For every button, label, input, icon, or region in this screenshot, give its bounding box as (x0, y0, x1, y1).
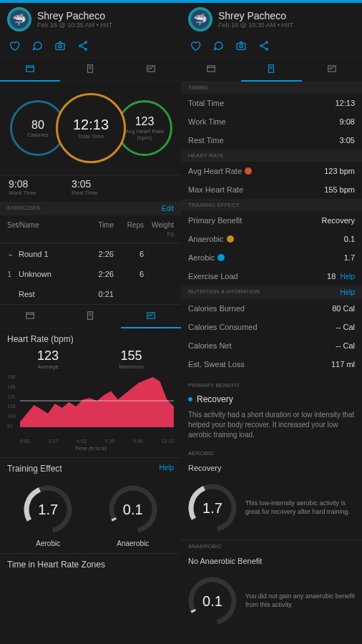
exercises-header: EXERCISES Edit (0, 202, 181, 215)
table-header: Set/Name Time Reps WeightKg (0, 215, 181, 243)
bottom-tabs (0, 305, 181, 328)
table-row[interactable]: ⌄ Round 1 2:26 6 (0, 243, 181, 264)
top-tabs (181, 58, 362, 82)
tiz-title: Time in Heart Rate Zones (7, 560, 105, 570)
comment-icon[interactable] (31, 40, 43, 53)
aerobic-row: 1.7 This low-intensity aerobic activity … (181, 477, 362, 540)
user-name: Shrey Pacheco (37, 10, 112, 21)
top-tabs (0, 58, 181, 82)
anaerobic-hdr: ANAEROBIC (181, 540, 362, 552)
total-time-value: 12:13 (73, 117, 109, 133)
hr-area-chart (20, 374, 174, 427)
svg-point-3 (79, 45, 82, 47)
header: 🦈 Shrey Pacheco Feb 16 @ 10:35 AM • HIIT (0, 3, 181, 36)
user-name: Shrey Pacheco (218, 10, 293, 21)
heart-icon (245, 167, 252, 175)
te-header: TRAINING EFFECT (181, 199, 362, 211)
like-icon[interactable] (190, 40, 201, 53)
activity-subtitle: Feb 16 @ 10:35 AM • HIIT (37, 21, 112, 29)
tab-stats[interactable] (241, 58, 301, 81)
header: 🦈 Shrey Pacheco Feb 16 @ 10:35 AM • HIIT (181, 3, 362, 36)
hr-avg: 123 (37, 348, 59, 364)
svg-point-18 (266, 42, 268, 44)
tab-overview[interactable] (181, 58, 241, 81)
tab-stats[interactable] (60, 305, 120, 328)
like-icon[interactable] (9, 40, 20, 53)
left-panel: 🦈 Shrey Pacheco Feb 16 @ 10:35 AM • HIIT… (0, 0, 181, 644)
tab-charts[interactable] (302, 58, 362, 81)
edit-link[interactable]: Edit (162, 205, 174, 213)
tab-charts[interactable] (121, 58, 181, 81)
anaerobic-row: 0.1 You did not gain any anaerobic benef… (181, 570, 362, 633)
avatar[interactable]: 🦈 (7, 7, 31, 31)
activity-subtitle: Feb 16 @ 10:35 AM • HIIT (218, 21, 293, 29)
camera-icon[interactable] (54, 40, 66, 53)
gauge-row: 1.7 Aerobic 0.1 Anaerobic (0, 478, 181, 553)
avatar[interactable]: 🦈 (188, 7, 212, 31)
aerobic-gauge: 1.7 Aerobic (22, 484, 74, 547)
training-effect-title: Training Effect (7, 464, 62, 474)
tab-stats[interactable] (60, 58, 120, 81)
pb-header: PRIMARY BENEFIT (181, 379, 362, 391)
share-icon[interactable] (77, 40, 89, 53)
svg-point-1 (59, 45, 62, 48)
aerobic-icon (217, 254, 225, 261)
table-row[interactable]: 1 Unknown 2:26 6 (0, 264, 181, 284)
anaerobic-title: No Anaerobic Benefit (181, 552, 362, 570)
pb-desc: This activity had a short duration or lo… (181, 407, 362, 447)
chevron-down-icon: ⌄ (7, 249, 14, 258)
aerobic-title: Recovery (181, 459, 362, 477)
svg-rect-16 (237, 44, 245, 50)
action-bar (181, 36, 362, 58)
summary-circles: 80 Calories 12:13 Total Time 123 Avg Hea… (0, 82, 181, 175)
tab-charts[interactable] (121, 305, 181, 328)
total-time-label: Total Time (78, 133, 104, 140)
calories-value: 80 (31, 119, 44, 132)
svg-rect-0 (56, 44, 64, 50)
action-bar (0, 36, 181, 58)
aerobic-hdr: AEROBIC (181, 447, 362, 459)
camera-icon[interactable] (235, 40, 247, 53)
work-time-label: Work Time (9, 190, 36, 196)
table-row[interactable]: Rest 0:21 (0, 284, 181, 304)
timing-header: TIMING (181, 82, 362, 94)
calories-label: Calories (27, 132, 48, 138)
rest-time-value: 3:05 (72, 178, 97, 190)
share-icon[interactable] (258, 40, 270, 53)
svg-point-19 (260, 45, 263, 47)
comment-icon[interactable] (212, 40, 224, 53)
tab-overview[interactable] (0, 305, 60, 328)
svg-point-4 (85, 48, 87, 50)
svg-rect-21 (207, 66, 215, 72)
total-time-circle[interactable]: 12:13 Total Time (56, 93, 126, 163)
anaerobic-gauge: 0.1 Anaerobic (107, 484, 159, 547)
help-link[interactable]: Help (340, 288, 355, 296)
rest-time-label: Rest Time (72, 190, 97, 196)
bullet-icon (188, 397, 192, 401)
help-link[interactable]: Help (340, 273, 355, 280)
right-panel: 🦈 Shrey Pacheco Feb 16 @ 10:35 AM • HIIT… (181, 0, 362, 644)
anaerobic-icon (227, 235, 234, 243)
tab-overview[interactable] (0, 58, 60, 81)
svg-rect-8 (26, 313, 34, 318)
svg-rect-5 (26, 66, 34, 72)
time-row: 9:08 Work Time 3:05 Rest Time (0, 175, 181, 202)
work-time-value: 9:08 (9, 178, 36, 190)
nutrition-header: NUTRITION & HYDRATIONHelp (181, 286, 362, 299)
avg-hr-label: Avg Heart Rate (bpm) (119, 128, 170, 141)
pb-title: Recovery (181, 391, 362, 407)
hr-chart: Heart Rate (bpm) 123Average 155Maximum 1… (0, 328, 181, 457)
hr-max: 155 (119, 348, 144, 364)
svg-point-17 (240, 45, 243, 48)
avg-hr-value: 123 (135, 115, 155, 128)
svg-point-2 (85, 42, 87, 44)
hr-header: HEART RATE (181, 150, 362, 162)
svg-point-20 (266, 48, 268, 50)
help-link[interactable]: Help (159, 464, 174, 474)
